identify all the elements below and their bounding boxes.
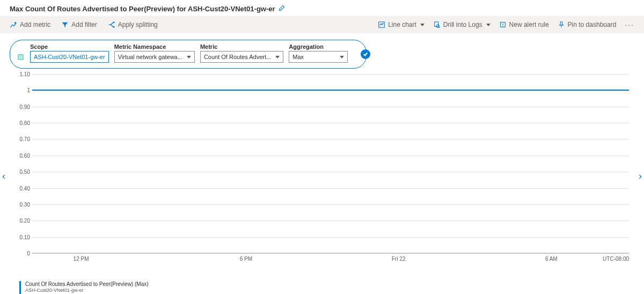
pin-dashboard-label: Pin to dashboard	[568, 21, 617, 28]
metric-label: Metric	[200, 43, 283, 50]
add-metric-button[interactable]: Add metric	[10, 21, 50, 28]
namespace-label: Metric Namespace	[114, 43, 195, 50]
chart-area: ‹ › 1.1010.900.800.700.600.500.400.300.2…	[3, 74, 641, 278]
aggregation-label: Aggregation	[289, 43, 348, 50]
add-metric-label: Add metric	[20, 21, 50, 28]
metric-select[interactable]: Count Of Routes Advert...	[200, 51, 283, 63]
apply-splitting-label: Apply splitting	[118, 21, 158, 28]
y-axis-tick: 0.70	[18, 136, 30, 142]
check-icon[interactable]	[361, 49, 370, 59]
y-axis-tick: 0.30	[18, 201, 30, 207]
svg-point-16	[502, 26, 503, 26]
y-axis-tick: 0.40	[18, 185, 30, 191]
svg-line-7	[111, 25, 113, 27]
new-alert-label: New alert rule	[509, 21, 549, 28]
chevron-down-icon	[275, 56, 280, 58]
chevron-down-icon	[340, 56, 344, 58]
y-axis-tick: 0	[18, 251, 30, 256]
new-alert-rule-button[interactable]: New alert rule	[499, 21, 549, 28]
page-title: Max Count Of Routes Advertised to Peer(P…	[10, 5, 275, 13]
x-axis-tick: Fri 22	[392, 256, 406, 262]
x-axis-tick: 6 PM	[240, 256, 252, 262]
legend-series-sub: ASH-Cust20-VNet01-gw-er	[25, 288, 149, 293]
namespace-value: Virtual network gatewa...	[118, 52, 182, 62]
prev-time-arrow[interactable]: ‹	[2, 171, 5, 182]
resource-icon	[17, 53, 25, 63]
legend-series-label: Count Of Routes Advertised to Peer(Previ…	[25, 281, 149, 288]
y-axis-tick: 0.20	[18, 218, 30, 224]
scope-select[interactable]: ASH-Cust20-VNet01-gw-er	[30, 51, 109, 63]
legend-color-swatch	[19, 281, 21, 294]
y-axis-tick: 0.10	[18, 234, 30, 240]
pin-to-dashboard-button[interactable]: Pin to dashboard	[558, 21, 617, 28]
scope-value: ASH-Cust20-VNet01-gw-er	[34, 52, 105, 62]
svg-line-13	[438, 27, 440, 28]
svg-rect-18	[18, 55, 23, 60]
next-time-arrow[interactable]: ›	[639, 171, 642, 182]
namespace-select[interactable]: Virtual network gatewa...	[114, 51, 195, 63]
x-axis-tick: 6 AM	[545, 256, 558, 262]
chevron-down-icon	[486, 24, 491, 26]
y-axis-tick: 1.10	[18, 71, 30, 77]
chevron-down-icon	[420, 24, 425, 26]
add-filter-button[interactable]: Add filter	[61, 21, 97, 28]
legend[interactable]: Count Of Routes Advertised to Peer(Previ…	[19, 281, 644, 294]
x-axis-tick: 12 PM	[74, 256, 89, 262]
y-axis-tick: 0.50	[18, 169, 30, 175]
y-axis-tick: 0.90	[18, 104, 30, 109]
y-axis-tick: 1	[18, 87, 30, 93]
metric-value: Count Of Routes Advert...	[204, 52, 271, 62]
line-chart-dropdown[interactable]: Line chart	[378, 21, 425, 28]
line-chart-label: Line chart	[388, 21, 416, 28]
svg-rect-10	[379, 22, 385, 28]
drill-logs-label: Drill into Logs	[443, 21, 482, 28]
aggregation-value: Max	[292, 52, 304, 62]
plot-canvas[interactable]	[32, 74, 629, 253]
more-icon[interactable]: ···	[625, 20, 634, 29]
svg-line-6	[111, 23, 113, 25]
y-axis-tick: 0.80	[18, 120, 30, 126]
edit-icon[interactable]	[279, 4, 286, 13]
chevron-down-icon	[187, 56, 191, 58]
svg-point-9	[113, 26, 115, 28]
aggregation-select[interactable]: Max	[289, 51, 348, 63]
metric-config-pill: Scope ASH-Cust20-VNet01-gw-er Metric Nam…	[10, 40, 634, 69]
timezone-label: UTC-08:00	[603, 256, 629, 262]
toolbar: Add metric Add filter Apply splitting Li…	[0, 16, 644, 33]
add-filter-label: Add filter	[71, 21, 97, 28]
apply-splitting-button[interactable]: Apply splitting	[108, 21, 158, 28]
series-line	[32, 90, 629, 91]
scope-label: Scope	[30, 43, 109, 50]
drill-into-logs-dropdown[interactable]: Drill into Logs	[433, 21, 491, 28]
y-axis-tick: 0.60	[18, 152, 30, 158]
svg-line-0	[11, 25, 13, 27]
svg-point-8	[113, 21, 115, 23]
